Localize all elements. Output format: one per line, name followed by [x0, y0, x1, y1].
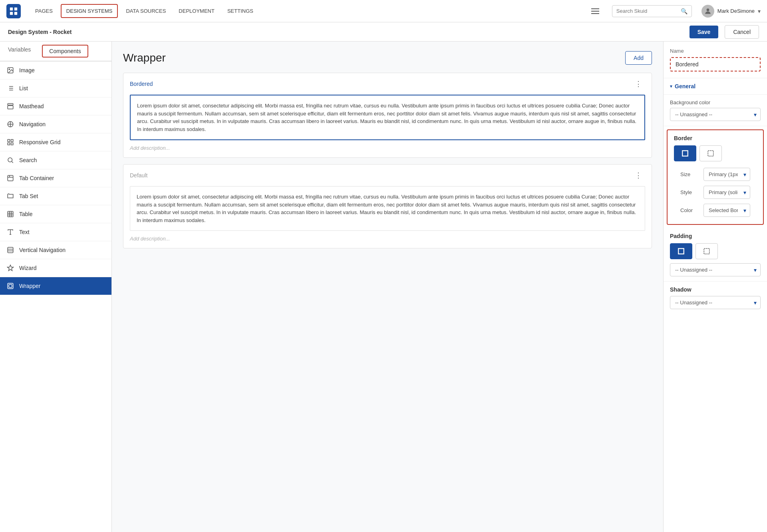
tab-set-icon [6, 192, 14, 200]
top-navigation: PAGES DESIGN SYSTEMS DATA SOURCES DEPLOY… [0, 0, 767, 22]
border-all-button[interactable] [674, 145, 696, 161]
svg-rect-27 [8, 211, 13, 217]
nav-data-sources[interactable]: DATA SOURCES [121, 5, 171, 17]
border-style-row: Style Primary (solid) [674, 183, 757, 201]
svg-point-4 [706, 8, 709, 11]
sidebar-item-label: Wizard [19, 265, 37, 271]
main-layout: Variables Components Image List Masthead [0, 42, 767, 532]
sidebar: Variables Components Image List Masthead [0, 42, 112, 532]
hamburger-menu[interactable] [588, 5, 602, 17]
variant-name-bordered: Bordered [130, 81, 153, 87]
sidebar-item-table[interactable]: Table [0, 205, 111, 223]
border-size-label: Size [680, 171, 700, 177]
padding-section: Padding -- Unassigned -- [664, 228, 767, 282]
add-button[interactable]: Add [625, 51, 652, 65]
shadow-select-wrapper[interactable]: -- Unassigned -- [670, 296, 761, 309]
tab-components[interactable]: Components [42, 45, 88, 58]
border-size-select-wrapper[interactable]: Primary (1px) [703, 168, 750, 181]
avatar [701, 5, 714, 18]
variant-card-header-default: Default ⋮ [123, 165, 652, 186]
border-style-select-wrapper[interactable]: Primary (solid) [703, 186, 750, 199]
sidebar-item-tab-container[interactable]: Tab Container [0, 169, 111, 187]
chevron-down-icon: ▾ [670, 83, 672, 89]
nav-pages[interactable]: PAGES [30, 5, 58, 17]
save-button[interactable]: Save [690, 26, 719, 38]
name-input[interactable] [670, 57, 761, 71]
background-color-select[interactable]: -- Unassigned -- [670, 108, 761, 121]
variant-description-default[interactable]: Add description... [130, 231, 645, 242]
svg-rect-38 [9, 284, 12, 288]
variant-card-bordered: Bordered ⋮ Lorem ipsum dolor sit amet, c… [123, 73, 652, 158]
nav-design-systems[interactable]: DESIGN SYSTEMS [61, 4, 118, 18]
border-color-label: Color [680, 207, 700, 213]
svg-point-22 [8, 158, 12, 162]
user-area[interactable]: Mark DeSimone ▾ [701, 5, 761, 18]
sidebar-item-label: Search [19, 157, 37, 163]
nav-settings[interactable]: SETTINGS [223, 5, 258, 17]
sidebar-item-navigation[interactable]: Navigation [0, 115, 111, 133]
padding-side-button[interactable] [695, 243, 718, 259]
general-title: General [675, 83, 695, 89]
variant-more-button-default[interactable]: ⋮ [632, 169, 645, 181]
search-sidebar-icon [6, 156, 14, 164]
padding-select-wrapper[interactable]: -- Unassigned -- [670, 263, 761, 276]
sidebar-item-tab-set[interactable]: Tab Set [0, 187, 111, 205]
sidebar-tabs: Variables Components [0, 42, 111, 62]
tab-variables[interactable]: Variables [0, 42, 39, 62]
table-icon [6, 210, 14, 218]
cancel-button[interactable]: Cancel [725, 25, 759, 39]
svg-rect-34 [8, 247, 13, 253]
logo-icon[interactable] [6, 4, 21, 18]
svg-rect-42 [704, 248, 709, 254]
general-section-header[interactable]: ▾ General [664, 78, 767, 95]
border-size-select[interactable]: Primary (1px) [703, 168, 750, 181]
variant-more-button[interactable]: ⋮ [632, 78, 645, 90]
padding-toggle [670, 243, 761, 259]
svg-rect-1 [14, 7, 17, 10]
svg-line-23 [12, 161, 13, 163]
sidebar-item-label: Vertical Navigation [19, 247, 66, 253]
variant-description-bordered[interactable]: Add description... [130, 140, 645, 151]
svg-rect-24 [8, 175, 13, 181]
variant-preview-bordered: Lorem ipsum dolor sit amet, consectetur … [130, 95, 645, 140]
sidebar-item-wizard[interactable]: Wizard [0, 259, 111, 277]
border-color-select[interactable]: Selected Border Color [703, 204, 750, 217]
right-panel: Name ▾ General Background color -- Unass… [663, 42, 767, 532]
border-style-label: Style [680, 189, 700, 195]
tab-container-icon [6, 174, 14, 182]
border-side-button[interactable] [699, 145, 722, 161]
background-color-label: Background color [670, 99, 761, 105]
svg-rect-41 [678, 248, 684, 254]
responsive-grid-icon [6, 138, 14, 146]
border-style-select[interactable]: Primary (solid) [703, 186, 750, 199]
page-title: Design System - Rocket [8, 29, 72, 35]
border-color-select-wrapper[interactable]: Selected Border Color [703, 204, 750, 217]
svg-rect-19 [11, 139, 13, 141]
sidebar-item-label: Table [19, 211, 32, 217]
search-box[interactable]: 🔍 [612, 5, 692, 17]
variant-card-header: Bordered ⋮ [123, 73, 652, 95]
background-color-select-wrapper[interactable]: -- Unassigned -- [670, 108, 761, 121]
svg-rect-3 [14, 12, 17, 14]
svg-rect-14 [8, 106, 13, 109]
border-section: Border Size Primary (1px) [667, 129, 764, 225]
nav-deployment[interactable]: DEPLOYMENT [174, 5, 219, 17]
sidebar-item-text[interactable]: Text [0, 223, 111, 241]
search-icon: 🔍 [681, 8, 688, 14]
sidebar-item-responsive-grid[interactable]: Responsive Grid [0, 133, 111, 151]
content-header: Wrapper Add [123, 51, 652, 65]
sidebar-item-wrapper[interactable]: Wrapper [0, 277, 111, 295]
subheader: Design System - Rocket Save Cancel [0, 22, 767, 42]
sidebar-item-vertical-navigation[interactable]: Vertical Navigation [0, 241, 111, 259]
vertical-nav-icon [6, 246, 14, 254]
padding-select[interactable]: -- Unassigned -- [670, 263, 761, 276]
text-icon [6, 228, 14, 236]
sidebar-item-search[interactable]: Search [0, 151, 111, 169]
padding-all-button[interactable] [670, 243, 692, 259]
border-size-row: Size Primary (1px) [674, 165, 757, 183]
sidebar-item-image[interactable]: Image [0, 62, 111, 79]
sidebar-item-list[interactable]: List [0, 79, 111, 97]
sidebar-item-masthead[interactable]: Masthead [0, 97, 111, 115]
search-input[interactable] [616, 8, 678, 14]
shadow-select[interactable]: -- Unassigned -- [670, 296, 761, 309]
